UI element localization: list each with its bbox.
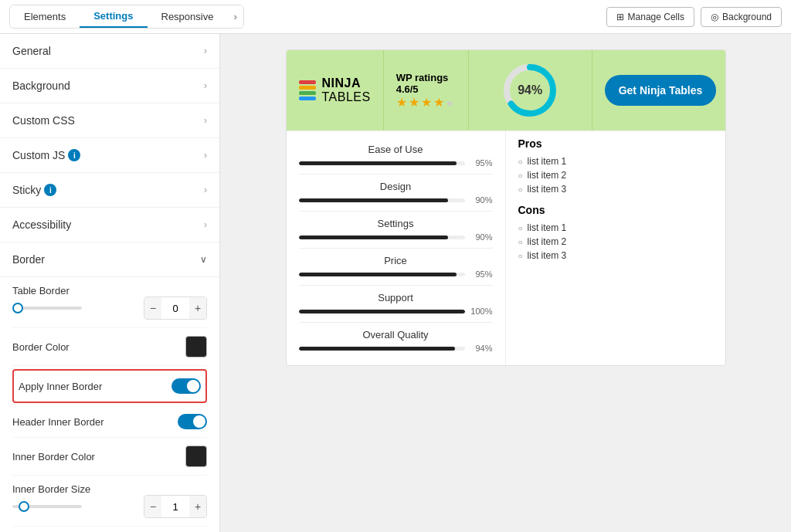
- ninja-table-body: Ease of Use 95% Design: [287, 130, 725, 365]
- manage-cells-button[interactable]: ⊞ Manage Cells: [606, 7, 694, 27]
- chevron-right-icon: ›: [204, 115, 207, 126]
- info-icon: i: [44, 184, 56, 196]
- sidebar-item-accessibility[interactable]: Accessibility ›: [0, 208, 219, 242]
- donut-chart: 94%: [499, 59, 561, 121]
- metric-price-pct: 95%: [470, 269, 493, 279]
- border-color-row: Border Color: [12, 328, 207, 366]
- sidebar-item-sticky[interactable]: Sticky i ›: [0, 173, 219, 208]
- metric-design-pct: 90%: [470, 195, 493, 205]
- border-expanded-content: Table Border − + Border Color: [0, 277, 219, 527]
- right-area: NINJA TABLES WP ratings 4.6/5 ★★★★★: [220, 34, 791, 532]
- metric-price-bar: [299, 273, 457, 276]
- inner-border-color-row: Inner Border Color: [12, 438, 207, 476]
- chevron-right-icon: ›: [204, 150, 207, 161]
- sidebar-item-global-style[interactable]: Global Style i ›: [0, 527, 219, 532]
- get-ninja-tables-button[interactable]: Get Ninja Tables: [605, 75, 717, 106]
- tab-group: Elements Settings Responsive ›: [9, 5, 244, 29]
- sidebar-item-border[interactable]: Border ∨: [0, 242, 219, 277]
- donut-label: 94%: [518, 83, 542, 97]
- list-item: list item 3: [518, 182, 713, 196]
- ninja-logo-cell: NINJA TABLES: [287, 50, 383, 130]
- sidebar-item-custom-css[interactable]: Custom CSS ›: [0, 103, 219, 138]
- sidebar-item-background[interactable]: Background ›: [0, 69, 219, 103]
- sidebar-item-custom-css-label: Custom CSS: [12, 114, 75, 127]
- ninja-table-widget: NINJA TABLES WP ratings 4.6/5 ★★★★★: [286, 49, 726, 366]
- cons-title: Cons: [518, 204, 713, 216]
- metric-overall: Overall Quality 94%: [299, 323, 493, 359]
- metric-support-bar: [299, 310, 465, 313]
- inner-border-size-slider[interactable]: [12, 505, 82, 508]
- list-item: list item 1: [518, 221, 713, 235]
- pros-list: list item 1 list item 2 list item 3: [518, 154, 713, 196]
- metric-support: Support 100%: [299, 286, 493, 323]
- list-item: list item 1: [518, 154, 713, 168]
- pros-section: Pros list item 1 list item 2 list item 3: [518, 137, 713, 196]
- sidebar-item-background-label: Background: [12, 80, 70, 92]
- apply-inner-border-toggle[interactable]: [171, 378, 201, 394]
- metric-overall-pct: 94%: [470, 344, 493, 353]
- table-border-row: Table Border − +: [12, 277, 207, 328]
- logo-bold: NINJA: [322, 76, 362, 90]
- border-color-swatch[interactable]: [185, 336, 207, 357]
- sidebar-item-custom-js[interactable]: Custom JS i ›: [0, 138, 219, 173]
- cons-list: list item 1 list item 2 list item 3: [518, 221, 713, 263]
- metric-ease-label: Ease of Use: [299, 144, 493, 155]
- inner-border-size-increment[interactable]: +: [189, 496, 206, 517]
- metric-overall-label: Overall Quality: [299, 329, 493, 341]
- inner-border-color-swatch[interactable]: [185, 446, 207, 467]
- metrics-column: Ease of Use 95% Design: [287, 131, 506, 365]
- metric-settings-bar: [299, 236, 449, 239]
- sidebar-item-general[interactable]: General ›: [0, 34, 219, 69]
- chevron-right-icon: ›: [204, 46, 207, 56]
- inner-border-size-decrement[interactable]: −: [144, 496, 161, 517]
- sidebar-item-border-label: Border: [12, 253, 45, 266]
- ninja-logo-text: NINJA TABLES: [322, 76, 371, 104]
- inner-border-color-label: Inner Border Color: [12, 451, 185, 463]
- metric-support-label: Support: [299, 292, 493, 303]
- ninja-btn-cell: Get Ninja Tables: [592, 50, 726, 130]
- background-icon: ◎: [711, 12, 718, 22]
- header-inner-border-row: Header Inner Border: [12, 406, 207, 438]
- chevron-right-icon: ›: [204, 80, 207, 91]
- list-item: list item 3: [518, 249, 713, 263]
- star-icons: ★★★★★: [396, 95, 456, 110]
- chevron-right-icon: ›: [204, 219, 207, 230]
- metric-design: Design 90%: [299, 175, 493, 212]
- inner-border-size-input[interactable]: [161, 496, 189, 517]
- top-bar-actions: ⊞ Manage Cells ◎ Background: [606, 7, 782, 27]
- ratings-text: WP ratings 4.6/5: [396, 72, 456, 95]
- metric-ease-pct: 95%: [470, 158, 493, 168]
- main-content: General › Background › Custom CSS › Cust…: [0, 34, 791, 532]
- tab-elements[interactable]: Elements: [10, 5, 80, 28]
- table-border-slider[interactable]: [12, 307, 82, 310]
- ninja-logo-icon: [299, 80, 316, 100]
- tab-more-chevron[interactable]: ›: [227, 5, 243, 28]
- sidebar-item-sticky-label: Sticky: [12, 184, 41, 196]
- chevron-down-icon: ∨: [200, 254, 207, 265]
- apply-inner-border-highlighted: Apply Inner Border: [12, 369, 207, 403]
- chevron-right-icon: ›: [204, 185, 207, 195]
- pros-title: Pros: [518, 137, 713, 150]
- left-panel: General › Background › Custom CSS › Cust…: [0, 34, 220, 532]
- manage-cells-label: Manage Cells: [628, 12, 684, 22]
- table-border-increment[interactable]: +: [189, 297, 206, 319]
- table-border-input[interactable]: [161, 297, 189, 319]
- background-label: Background: [722, 12, 772, 22]
- logo-normal: TABLES: [322, 90, 371, 103]
- table-border-decrement[interactable]: −: [144, 297, 161, 319]
- border-color-label: Border Color: [12, 341, 185, 353]
- list-item: list item 2: [518, 235, 713, 249]
- table-border-label: Table Border: [12, 285, 207, 296]
- metric-design-label: Design: [299, 181, 493, 192]
- sidebar-item-general-label: General: [12, 45, 51, 57]
- inner-border-size-row: Inner Border Size − +: [12, 476, 207, 527]
- tab-settings[interactable]: Settings: [80, 5, 147, 28]
- metric-settings: Settings 90%: [299, 212, 493, 249]
- metric-settings-label: Settings: [299, 218, 493, 229]
- background-button[interactable]: ◎ Background: [701, 7, 782, 27]
- header-inner-border-toggle[interactable]: [178, 414, 207, 429]
- tab-responsive[interactable]: Responsive: [148, 5, 228, 28]
- metric-price-label: Price: [299, 255, 493, 266]
- logo-stripe-blue: [299, 97, 316, 100]
- metric-ease-of-use: Ease of Use 95%: [299, 137, 493, 175]
